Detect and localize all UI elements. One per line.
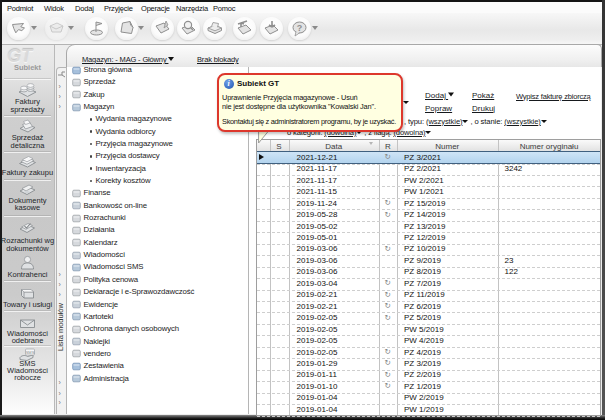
svg-text:SMS: SMS	[25, 349, 34, 354]
svg-text:?: ?	[297, 23, 303, 33]
